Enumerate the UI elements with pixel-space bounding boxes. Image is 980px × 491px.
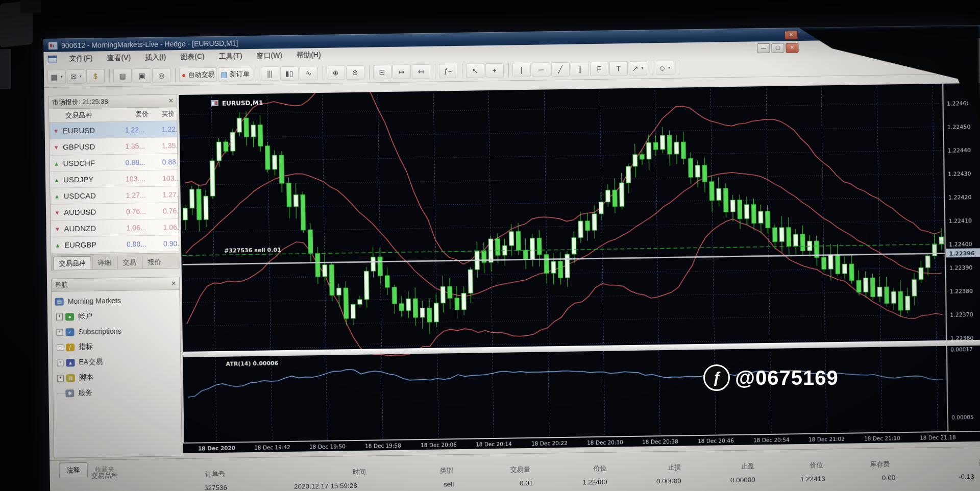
new-order-button[interactable]: ▤新订单 bbox=[218, 66, 252, 81]
candle-chart-mode-icon[interactable]: ▮▯ bbox=[280, 66, 299, 81]
line-chart-mode-icon[interactable]: ∿ bbox=[300, 66, 318, 81]
symbol-name: EURGBP bbox=[64, 240, 125, 250]
arrows-icon[interactable]: ↗▾ bbox=[628, 61, 647, 76]
indicators-icon[interactable]: ƒ+ bbox=[439, 63, 457, 78]
chat-icon[interactable] bbox=[923, 57, 933, 64]
market-watch-tab-0[interactable]: 交易品种 bbox=[53, 256, 91, 271]
profiles-icon[interactable]: ✉▾ bbox=[67, 69, 85, 84]
close-icon[interactable]: ✕ bbox=[168, 97, 174, 104]
text-label-icon: T bbox=[616, 64, 621, 72]
photo-of-monitor: 900612 - MorningMarkets-Live - Hedge - [… bbox=[0, 0, 980, 491]
market-watch-tabs: 交易品种详细交易报价 bbox=[51, 253, 179, 271]
expand-icon[interactable]: + bbox=[57, 344, 63, 351]
toolbar-group: ▦▾✉▾$ bbox=[47, 69, 110, 84]
symbol-name: USDCAD bbox=[63, 191, 124, 201]
tile-windows-icon[interactable]: ⊞ bbox=[373, 64, 391, 79]
chart-shift-icon[interactable]: ↤ bbox=[412, 64, 430, 79]
menu-item-2[interactable]: 插入(I) bbox=[138, 51, 174, 64]
expand-icon[interactable]: + bbox=[56, 313, 63, 320]
left-panels: 市场报价: 21:25:38 ✕ 交易品种 卖价 买价 ▼EURUSD1.22.… bbox=[48, 94, 183, 491]
symbol-row-eurusd[interactable]: ▼EURUSD1.22...1.22... bbox=[49, 121, 177, 139]
shapes-icon[interactable]: ◇▾ bbox=[655, 60, 674, 75]
navigator-item-6[interactable]: ✱服务 bbox=[53, 384, 181, 401]
search-icon[interactable] bbox=[909, 57, 916, 64]
bar-chart-mode-icon[interactable]: ||| bbox=[261, 66, 279, 81]
horizontal-line-icon[interactable]: ─ bbox=[531, 62, 550, 77]
navigator-item-5[interactable]: +▥脚本 bbox=[53, 369, 181, 386]
price-chart-canvas[interactable] bbox=[178, 82, 980, 453]
navigator-toggle-icon[interactable]: ▣ bbox=[133, 68, 151, 83]
order-volume: 0.01 bbox=[520, 479, 533, 487]
expand-icon[interactable]: + bbox=[56, 329, 63, 335]
menu-item-5[interactable]: 窗口(W) bbox=[249, 49, 289, 63]
market-watch-header: 交易品种 卖价 买价 bbox=[49, 107, 177, 123]
chart-window[interactable] bbox=[178, 82, 980, 453]
order-time: 2020.12.17 15:59:28 bbox=[294, 482, 357, 490]
market-watch-tab-1[interactable]: 详细 bbox=[92, 256, 116, 270]
expand-icon[interactable]: + bbox=[57, 359, 63, 366]
navigator-item-0[interactable]: ▤Morning Markets bbox=[52, 292, 179, 309]
market-watch-tab-3[interactable]: 报价 bbox=[142, 255, 166, 269]
trendline-icon: ╱ bbox=[558, 65, 562, 73]
vertical-line-icon: | bbox=[521, 66, 523, 74]
chevron-down-icon: ▾ bbox=[668, 65, 670, 70]
market-watch-toggle-icon[interactable]: $ bbox=[86, 69, 105, 84]
navigator-panel: 导航 ✕ ▤Morning Markets+●帐户+✓Subscriptions… bbox=[51, 277, 182, 458]
navigator-title: 导航 ✕ bbox=[52, 277, 179, 292]
toolbar-group: ●自动交易▤新订单 bbox=[179, 66, 257, 82]
equidistant-channel-icon: ∥ bbox=[578, 65, 581, 73]
order-current-price: 1.22413 bbox=[800, 475, 825, 483]
services-icon: ✱ bbox=[65, 389, 74, 397]
symbol-row-eurgbp[interactable]: ▲EURGBP0.90...0.90... bbox=[51, 235, 179, 254]
bar-chart-mode-icon: ||| bbox=[267, 69, 273, 78]
restore-button[interactable]: ▢ bbox=[771, 43, 784, 53]
cursor-icon[interactable]: ↖ bbox=[466, 63, 484, 78]
menu-item-6[interactable]: 帮助(H) bbox=[289, 48, 328, 62]
minimize-button[interactable]: — bbox=[757, 43, 770, 53]
navigator-item-2[interactable]: +✓Subscriptions bbox=[52, 323, 180, 340]
new-chart-icon[interactable]: ▦▾ bbox=[47, 69, 66, 84]
menu-item-0[interactable]: 文件(F) bbox=[62, 52, 100, 65]
navigator-item-label: EA交易 bbox=[79, 357, 103, 367]
navigator-item-1[interactable]: +●帐户 bbox=[52, 307, 180, 325]
strategy-tester-icon[interactable]: ◎ bbox=[152, 68, 170, 83]
close-icon[interactable]: ✕ bbox=[68, 469, 74, 476]
bid-price: 1.35... bbox=[123, 141, 162, 150]
menu-item-1[interactable]: 查看(V) bbox=[100, 51, 138, 65]
zoom-in-icon[interactable]: ⊕ bbox=[327, 65, 345, 80]
symbol-row-usdjpy[interactable]: ▲USDJPY103....103.... bbox=[50, 170, 178, 188]
chevron-down-icon: ▾ bbox=[80, 74, 82, 79]
auto-scroll-icon[interactable]: ↦ bbox=[393, 64, 411, 79]
symbol-row-audnzd[interactable]: ▼AUDNZD1.06...1.06... bbox=[51, 219, 178, 237]
order-stop-loss: 0.00000 bbox=[656, 477, 681, 485]
text-label-icon[interactable]: T bbox=[609, 61, 627, 76]
symbol-row-audusd[interactable]: ▼AUDUSD0.76...0.76... bbox=[51, 203, 178, 221]
vertical-line-icon[interactable]: | bbox=[512, 62, 530, 77]
crosshair-icon[interactable]: + bbox=[485, 63, 504, 78]
symbol-row-usdchf[interactable]: ▲USDCHF0.88...0.88... bbox=[50, 154, 177, 172]
navigator-item-3[interactable]: +ƒ指标 bbox=[53, 338, 180, 355]
navigator-item-4[interactable]: +▲EA交易 bbox=[53, 353, 180, 371]
market-watch-tab-2[interactable]: 交易 bbox=[117, 256, 141, 269]
fibonacci-icon[interactable]: F bbox=[590, 61, 608, 76]
terminal-column-1: 订单号 bbox=[205, 470, 225, 479]
trendline-icon[interactable]: ╱ bbox=[551, 62, 569, 77]
close-button[interactable]: ✕ bbox=[785, 31, 798, 39]
metatrader-window: 900612 - MorningMarkets-Live - Hedge - [… bbox=[43, 25, 980, 491]
equidistant-channel-icon[interactable]: ∥ bbox=[570, 62, 589, 77]
menu-item-4[interactable]: 工具(T) bbox=[212, 50, 250, 63]
candle-chart-mode-icon: ▮▯ bbox=[285, 69, 293, 77]
close-chart-button[interactable]: ✕ bbox=[786, 43, 798, 53]
zoom-out-icon[interactable]: ⊖ bbox=[346, 65, 364, 80]
order-open-price: 1.22400 bbox=[582, 478, 607, 486]
bid-price: 103.... bbox=[124, 174, 162, 183]
symbol-row-gbpusd[interactable]: ▼GBPUSD1.35...1.35... bbox=[50, 137, 177, 156]
symbol-row-usdcad[interactable]: ▲USDCAD1.27...1.27... bbox=[50, 186, 178, 205]
menu-item-3[interactable]: 图表(C) bbox=[173, 50, 212, 64]
data-window-icon[interactable]: ▤ bbox=[113, 68, 132, 83]
terminal-column-4: 交易量 bbox=[510, 465, 530, 475]
expand-icon[interactable]: + bbox=[57, 375, 64, 381]
autotrading-button[interactable]: ●自动交易 bbox=[179, 67, 217, 82]
ask-price: 0.76... bbox=[163, 207, 178, 215]
close-icon[interactable]: ✕ bbox=[171, 280, 176, 287]
